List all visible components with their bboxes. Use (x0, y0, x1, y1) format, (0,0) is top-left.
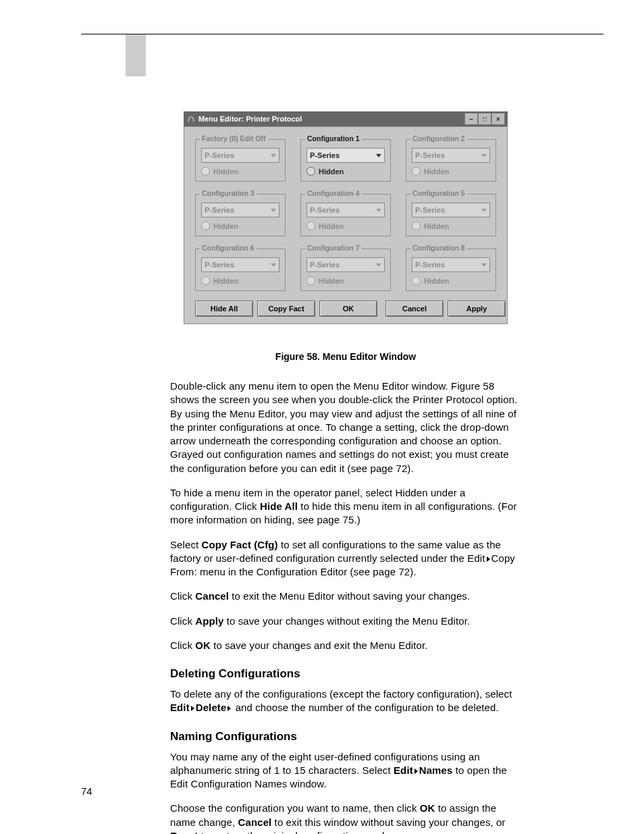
group-legend: Factory (0) Edit Off (200, 134, 268, 142)
chevron-down-icon (271, 154, 276, 157)
paragraph: Click OK to save your changes and exit t… (170, 639, 521, 652)
header-rule (81, 34, 603, 34)
config-group: Configuration 1P-SeriesHidden (300, 139, 391, 182)
chevron-down-icon (376, 209, 381, 212)
radio-icon (306, 167, 315, 176)
group-legend: Configuration 2 (410, 134, 467, 142)
config-group: Factory (0) Edit OffP-SeriesHidden (195, 139, 286, 182)
paragraph: You may name any of the eight user-defin… (170, 750, 521, 791)
config-group: Configuration 7P-SeriesHidden (300, 249, 391, 291)
app-icon (186, 114, 196, 124)
group-legend: Configuration 3 (200, 189, 257, 197)
section-heading: Naming Configurations (170, 730, 521, 744)
group-legend: Configuration 5 (410, 189, 467, 197)
radio-icon (201, 276, 210, 285)
radio-icon (412, 167, 421, 176)
value-dropdown: P-Series (201, 257, 279, 272)
value-dropdown[interactable]: P-Series (306, 148, 385, 163)
chapter-tab (126, 34, 146, 76)
section-heading: Deleting Configurations (170, 667, 521, 681)
close-button[interactable]: × (491, 113, 505, 125)
value-dropdown: P-Series (412, 203, 490, 217)
hide-all-button[interactable]: Hide All (195, 301, 253, 317)
hidden-radio: Hidden (306, 221, 385, 230)
radio-icon (306, 276, 315, 285)
apply-button[interactable]: Apply (448, 301, 506, 317)
group-legend: Configuration 8 (410, 244, 467, 252)
chevron-down-icon (376, 263, 381, 267)
page-number: 74 (81, 785, 92, 797)
hidden-radio: Hidden (412, 221, 490, 230)
config-group: Configuration 8P-SeriesHidden (406, 249, 496, 291)
paragraph: Choose the configuration you want to nam… (170, 802, 521, 834)
paragraph: Click Apply to save your changes without… (170, 615, 521, 628)
paragraph: Double-click any menu item to open the M… (170, 380, 521, 475)
figure-caption: Figure 58. Menu Editor Window (170, 351, 521, 362)
arrow-right-icon (191, 706, 194, 711)
hidden-radio: Hidden (201, 221, 279, 230)
group-legend: Configuration 7 (305, 244, 362, 252)
cancel-button[interactable]: Cancel (385, 301, 444, 317)
paragraph: To hide a menu item in the operator pane… (170, 486, 521, 527)
chevron-down-icon (481, 263, 487, 267)
group-legend: Configuration 1 (305, 134, 362, 142)
chevron-down-icon (376, 154, 381, 157)
value-dropdown: P-Series (306, 203, 385, 217)
chevron-down-icon (481, 209, 487, 212)
group-legend: Configuration 4 (305, 189, 362, 197)
radio-icon (201, 167, 210, 176)
arrow-right-icon (487, 556, 490, 562)
copy-fact-button[interactable]: Copy Fact (257, 301, 315, 317)
arrow-right-icon (227, 706, 231, 711)
window-title: Menu Editor: Printer Protocol (198, 115, 464, 123)
paragraph: Click Cancel to exit the Menu Editor wit… (170, 590, 521, 603)
value-dropdown: P-Series (412, 257, 490, 272)
group-legend: Configuration 6 (200, 244, 257, 252)
hidden-radio[interactable]: Hidden (306, 167, 385, 176)
paragraph: Select Copy Fact (Cfg) to set all config… (170, 538, 521, 579)
page-content: Menu Editor: Printer Protocol – □ × Fact… (170, 111, 521, 834)
radio-icon (201, 221, 210, 230)
menu-editor-window: Menu Editor: Printer Protocol – □ × Fact… (184, 111, 508, 324)
title-bar: Menu Editor: Printer Protocol – □ × (184, 111, 508, 126)
radio-icon (412, 276, 421, 285)
hidden-radio: Hidden (306, 276, 385, 285)
paragraph: To delete any of the configurations (exc… (170, 687, 521, 715)
config-group: Configuration 6P-SeriesHidden (195, 249, 286, 291)
chevron-down-icon (271, 209, 276, 212)
hidden-radio: Hidden (412, 167, 490, 176)
chevron-down-icon (481, 154, 487, 157)
minimize-button[interactable]: – (464, 113, 478, 125)
arrow-right-icon (414, 768, 418, 774)
chevron-down-icon (271, 263, 276, 267)
value-dropdown: P-Series (201, 148, 279, 163)
hidden-radio: Hidden (201, 167, 279, 176)
hidden-radio: Hidden (412, 276, 490, 285)
maximize-button[interactable]: □ (478, 113, 491, 125)
config-group: Configuration 5P-SeriesHidden (406, 194, 496, 236)
config-group: Configuration 2P-SeriesHidden (406, 139, 496, 182)
ok-button[interactable]: OK (319, 301, 377, 317)
config-group: Configuration 4P-SeriesHidden (300, 194, 391, 236)
value-dropdown: P-Series (412, 148, 490, 163)
radio-icon (306, 221, 315, 230)
radio-icon (412, 221, 421, 230)
hidden-radio: Hidden (201, 276, 279, 285)
config-group: Configuration 3P-SeriesHidden (195, 194, 286, 236)
value-dropdown: P-Series (201, 203, 279, 217)
value-dropdown: P-Series (306, 257, 385, 272)
